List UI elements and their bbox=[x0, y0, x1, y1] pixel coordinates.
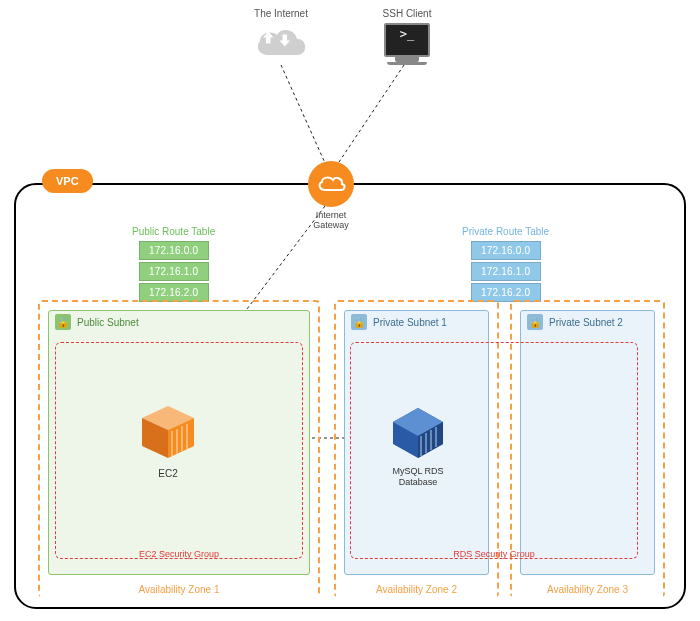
az3-label: Availability Zone 3 bbox=[512, 582, 663, 597]
ssh-label: SSH Client bbox=[372, 8, 442, 19]
public-route-title: Public Route Table bbox=[132, 226, 215, 237]
gateway-label: Internet Gateway bbox=[295, 210, 367, 230]
svg-line-1 bbox=[337, 65, 404, 165]
public-subnet-title: Public Subnet bbox=[77, 317, 139, 328]
rds-label: MySQL RDS Database bbox=[388, 466, 448, 488]
route-cell: 172.16.0.0 bbox=[471, 241, 541, 260]
lock-open-icon: 🔓 bbox=[55, 314, 71, 330]
svg-line-0 bbox=[281, 65, 325, 163]
terminal-icon: >_ bbox=[384, 23, 430, 57]
internet-gateway bbox=[308, 161, 354, 207]
external-internet: The Internet bbox=[238, 8, 324, 63]
public-route-table: Public Route Table 172.16.0.0 172.16.1.0… bbox=[132, 226, 215, 304]
external-ssh-client: SSH Client >_ bbox=[372, 8, 442, 65]
rds-sg-label: RDS Security Group bbox=[351, 549, 637, 559]
route-cell: 172.16.1.0 bbox=[139, 262, 209, 281]
ec2-label: EC2 bbox=[140, 468, 196, 479]
rds-database: MySQL RDS Database bbox=[388, 406, 448, 488]
internet-label: The Internet bbox=[238, 8, 324, 19]
private-subnet-2-title: Private Subnet 2 bbox=[549, 317, 623, 328]
cloud-icon bbox=[316, 174, 346, 194]
cloud-updown-icon bbox=[251, 23, 311, 63]
private-route-title: Private Route Table bbox=[462, 226, 549, 237]
ssh-prompt: >_ bbox=[400, 27, 414, 41]
az1-label: Availability Zone 1 bbox=[40, 582, 318, 597]
vpc-tag: VPC bbox=[42, 169, 93, 193]
route-cell: 172.16.1.0 bbox=[471, 262, 541, 281]
database-icon bbox=[391, 406, 445, 460]
private-subnet-1-title: Private Subnet 1 bbox=[373, 317, 447, 328]
private-route-table: Private Route Table 172.16.0.0 172.16.1.… bbox=[462, 226, 549, 304]
az2-label: Availability Zone 2 bbox=[336, 582, 497, 597]
ec2-icon bbox=[140, 404, 196, 460]
ec2-instance: EC2 bbox=[140, 404, 196, 479]
lock-icon: 🔒 bbox=[527, 314, 543, 330]
lock-icon: 🔒 bbox=[351, 314, 367, 330]
ec2-sg-label: EC2 Security Group bbox=[56, 549, 302, 559]
route-cell: 172.16.0.0 bbox=[139, 241, 209, 260]
